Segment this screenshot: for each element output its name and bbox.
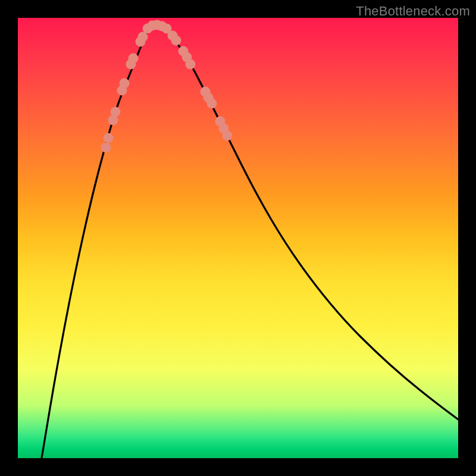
data-marker [171,36,181,46]
data-marker [186,60,196,70]
data-marker [111,107,121,117]
plot-area [18,18,458,458]
data-marker [101,143,111,153]
data-marker [104,133,114,143]
bottleneck-curve [42,26,458,459]
data-marker [207,99,217,109]
data-marker [129,54,139,64]
data-marker [223,131,233,141]
marker-layer [101,20,233,153]
app-frame: TheBottleneck.com [0,0,476,476]
watermark-text: TheBottleneck.com [356,4,470,19]
data-marker [120,79,130,89]
curve-svg [18,18,458,458]
